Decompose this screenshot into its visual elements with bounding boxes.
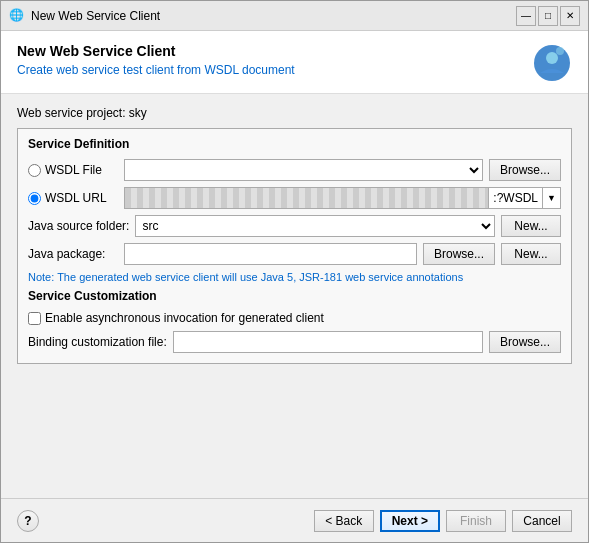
java-source-row: Java source folder: src New... (28, 215, 561, 237)
content-area: Web service project: sky Service Definit… (1, 94, 588, 498)
wsdl-url-dropdown[interactable]: ▼ (543, 187, 561, 209)
maximize-button[interactable]: □ (538, 6, 558, 26)
binding-row: Binding customization file: Browse... (28, 331, 561, 353)
wsdl-file-label: WSDL File (45, 163, 102, 177)
footer-right: < Back Next > Finish Cancel (314, 510, 572, 532)
java-package-label: Java package: (28, 247, 118, 261)
binding-browse-button[interactable]: Browse... (489, 331, 561, 353)
svg-point-2 (556, 47, 564, 55)
wsdl-url-suffix: :?WSDL (489, 187, 543, 209)
header-title: New Web Service Client (17, 43, 522, 59)
footer-left: ? (17, 510, 39, 532)
back-button[interactable]: < Back (314, 510, 374, 532)
java-source-new-button[interactable]: New... (501, 215, 561, 237)
async-label-text: Enable asynchronous invocation for gener… (45, 311, 324, 325)
wsdl-file-select[interactable] (124, 159, 483, 181)
wsdl-url-row: WSDL URL :?WSDL ▼ Browse... (28, 187, 561, 209)
wsdl-file-browse-button[interactable]: Browse... (489, 159, 561, 181)
help-button[interactable]: ? (17, 510, 39, 532)
wsdl-url-blurred (124, 187, 489, 209)
service-customization-title: Service Customization (28, 289, 561, 303)
java-package-input[interactable] (124, 243, 417, 265)
minimize-button[interactable]: — (516, 6, 536, 26)
project-label: Web service project: sky (17, 106, 572, 120)
header-text: New Web Service Client Create web servic… (17, 43, 522, 77)
service-definition-title: Service Definition (28, 137, 561, 151)
wizard-icon (532, 43, 572, 83)
window-title: New Web Service Client (31, 9, 510, 23)
wsdl-file-radio[interactable] (28, 164, 41, 177)
next-button[interactable]: Next > (380, 510, 440, 532)
java-package-new-button[interactable]: New... (501, 243, 561, 265)
java-package-browse-button[interactable]: Browse... (423, 243, 495, 265)
window-icon: 🌐 (9, 8, 25, 24)
async-checkbox[interactable] (28, 312, 41, 325)
java-note: Note: The generated web service client w… (28, 271, 561, 283)
footer: ? < Back Next > Finish Cancel (1, 498, 588, 542)
empty-area (17, 374, 572, 454)
wsdl-file-row: WSDL File Browse... (28, 159, 561, 181)
wsdl-url-label: WSDL URL (45, 191, 107, 205)
close-button[interactable]: ✕ (560, 6, 580, 26)
java-source-select[interactable]: src (135, 215, 495, 237)
binding-file-input[interactable] (173, 331, 483, 353)
java-source-label: Java source folder: (28, 219, 129, 233)
svg-point-1 (546, 52, 558, 64)
wsdl-url-radio-label[interactable]: WSDL URL (28, 191, 118, 205)
binding-file-label: Binding customization file: (28, 335, 167, 349)
async-checkbox-label[interactable]: Enable asynchronous invocation for gener… (28, 311, 324, 325)
title-bar: 🌐 New Web Service Client — □ ✕ (1, 1, 588, 31)
finish-button[interactable]: Finish (446, 510, 506, 532)
cancel-button[interactable]: Cancel (512, 510, 572, 532)
wsdl-url-radio[interactable] (28, 192, 41, 205)
header-section: New Web Service Client Create web servic… (1, 31, 588, 94)
async-row: Enable asynchronous invocation for gener… (28, 311, 561, 325)
main-window: 🌐 New Web Service Client — □ ✕ New Web S… (0, 0, 589, 543)
header-subtitle: Create web service test client from WSDL… (17, 63, 522, 77)
java-package-row: Java package: Browse... New... (28, 243, 561, 265)
service-definition-group: Service Definition WSDL File Browse... W… (17, 128, 572, 364)
wsdl-file-radio-label[interactable]: WSDL File (28, 163, 118, 177)
title-bar-controls: — □ ✕ (516, 6, 580, 26)
